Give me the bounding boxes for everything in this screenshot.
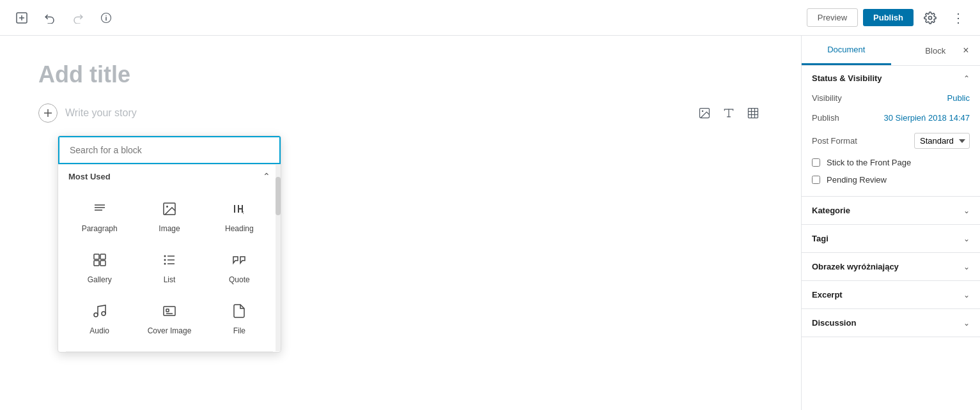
- redo-button[interactable]: [66, 6, 89, 29]
- add-block-inline-button[interactable]: [38, 103, 58, 123]
- visibility-value[interactable]: Public: [947, 93, 970, 103]
- svg-rect-13: [749, 109, 758, 118]
- pending-review-label[interactable]: Pending Review: [827, 175, 887, 185]
- cover image-label: Cover Image: [148, 326, 192, 335]
- block-item-gallery[interactable]: Gallery: [66, 244, 133, 292]
- svg-point-31: [164, 255, 166, 257]
- stick-to-front-checkbox[interactable]: [812, 158, 820, 167]
- svg-rect-27: [100, 261, 105, 266]
- collapse-section-button[interactable]: ⌃: [263, 171, 270, 181]
- block-item-paragraph[interactable]: Paragraph: [66, 193, 133, 241]
- svg-rect-37: [166, 309, 169, 312]
- undo-button[interactable]: [38, 6, 61, 29]
- discussion-section[interactable]: Discussion ⌄: [802, 309, 980, 337]
- sidebar-close-button[interactable]: ×: [957, 42, 975, 59]
- most-used-label: Most Used: [68, 172, 111, 181]
- svg-rect-24: [94, 254, 99, 259]
- heading-icon: ↕: [231, 201, 247, 220]
- list-icon: [162, 252, 177, 271]
- block-inserter-popup: Most Used ⌃ Paragraph Image ↕ Heading Ga…: [58, 135, 281, 353]
- publish-row: Publish 30 Sierpień 2018 14:47: [812, 108, 970, 128]
- svg-rect-26: [94, 261, 99, 266]
- tagi-chevron-icon: ⌄: [963, 234, 970, 243]
- svg-point-6: [929, 16, 932, 19]
- post-format-label: Post Format: [812, 136, 857, 146]
- post-title-input[interactable]: [38, 61, 763, 88]
- main-layout: Write your story Most Used: [0, 36, 980, 410]
- svg-point-33: [164, 263, 166, 265]
- kategorie-section[interactable]: Kategorie ⌄: [802, 197, 980, 225]
- text-toolbar-button[interactable]: [719, 103, 738, 123]
- paragraph-label: Paragraph: [82, 224, 118, 233]
- tagi-title: Tagi: [812, 234, 828, 243]
- table-toolbar-button[interactable]: [743, 103, 763, 123]
- image-icon: [162, 201, 177, 220]
- stick-to-front-label[interactable]: Stick to the Front Page: [827, 158, 911, 167]
- discussion-chevron-icon: ⌄: [963, 319, 970, 328]
- image-toolbar-button[interactable]: [695, 103, 714, 123]
- publish-date-value[interactable]: 30 Sierpień 2018 14:47: [884, 113, 970, 123]
- excerpt-section[interactable]: Excerpt ⌄: [802, 281, 980, 309]
- list-label: List: [164, 275, 176, 284]
- block-item-heading[interactable]: ↕ Heading: [206, 193, 273, 241]
- status-visibility-section: Status & Visibility ⌃ Visibility Public …: [802, 66, 980, 197]
- file-label: File: [233, 326, 245, 335]
- sidebar: Document Block × Status & Visibility ⌃ V…: [801, 36, 980, 410]
- excerpt-chevron-icon: ⌄: [963, 291, 970, 300]
- publish-button[interactable]: Publish: [863, 9, 914, 26]
- block-item-image[interactable]: Image: [136, 193, 203, 241]
- scrollbar-thumb[interactable]: [276, 177, 281, 215]
- story-placeholder-text: Write your story: [65, 107, 687, 119]
- obrazek-chevron-icon: ⌄: [963, 262, 970, 271]
- block-search-input[interactable]: [58, 136, 281, 164]
- svg-text:↕: ↕: [242, 210, 245, 215]
- block-grid: Paragraph Image ↕ Heading Gallery List Q…: [58, 188, 281, 351]
- kategorie-chevron-icon: ⌄: [963, 206, 970, 215]
- preview-button[interactable]: Preview: [807, 8, 858, 27]
- stick-to-front-row: Stick to the Front Page: [812, 154, 970, 171]
- editor-area: Write your story Most Used: [0, 36, 801, 410]
- gallery-icon: [92, 252, 107, 271]
- tagi-section[interactable]: Tagi ⌄: [802, 225, 980, 253]
- sidebar-tabs: Document Block ×: [802, 36, 980, 66]
- status-visibility-title: Status & Visibility: [812, 73, 882, 83]
- block-item-cover-image[interactable]: Cover Image: [136, 295, 203, 344]
- info-button[interactable]: [95, 6, 118, 29]
- quote-label: Quote: [229, 275, 250, 284]
- story-row: Write your story Most Used: [38, 103, 763, 123]
- settings-gear-button[interactable]: [919, 6, 942, 29]
- more-options-button[interactable]: ⋮: [947, 6, 970, 29]
- block-item-quote[interactable]: Quote: [206, 244, 273, 292]
- excerpt-title: Excerpt: [812, 290, 843, 300]
- svg-rect-25: [100, 254, 105, 259]
- visibility-label: Visibility: [812, 93, 842, 103]
- visibility-row: Visibility Public: [812, 88, 970, 108]
- gallery-label: Gallery: [88, 275, 112, 284]
- status-visibility-header[interactable]: Status & Visibility ⌃: [812, 73, 970, 83]
- add-block-toolbar-button[interactable]: [10, 6, 33, 29]
- obrazek-title: Obrazek wyróżniający: [812, 262, 899, 271]
- kategorie-title: Kategorie: [812, 206, 850, 215]
- story-toolbar: [695, 103, 763, 123]
- obrazek-section[interactable]: Obrazek wyróżniający ⌄: [802, 253, 980, 281]
- publish-label: Publish: [812, 113, 839, 123]
- file-icon: [231, 303, 247, 323]
- toolbar: Preview Publish ⋮: [0, 0, 980, 36]
- status-chevron-icon: ⌃: [963, 74, 970, 83]
- toolbar-right: Preview Publish ⋮: [807, 6, 970, 29]
- post-format-select[interactable]: Standard Aside Gallery Image Quote: [914, 133, 970, 149]
- block-item-file[interactable]: File: [206, 295, 273, 344]
- scrollbar-track[interactable]: [276, 164, 281, 351]
- pending-review-checkbox[interactable]: [812, 176, 820, 184]
- most-used-section-header[interactable]: Most Used ⌃: [58, 164, 281, 188]
- quote-icon: [231, 252, 247, 271]
- block-item-audio[interactable]: Audio: [66, 295, 133, 344]
- audio-label: Audio: [89, 326, 109, 335]
- heading-label: Heading: [225, 224, 254, 233]
- block-item-list[interactable]: List: [136, 244, 203, 292]
- svg-point-34: [94, 313, 98, 317]
- svg-point-10: [702, 110, 704, 112]
- post-format-row: Post Format Standard Aside Gallery Image…: [812, 128, 970, 154]
- svg-rect-36: [164, 307, 175, 315]
- tab-document[interactable]: Document: [802, 36, 891, 65]
